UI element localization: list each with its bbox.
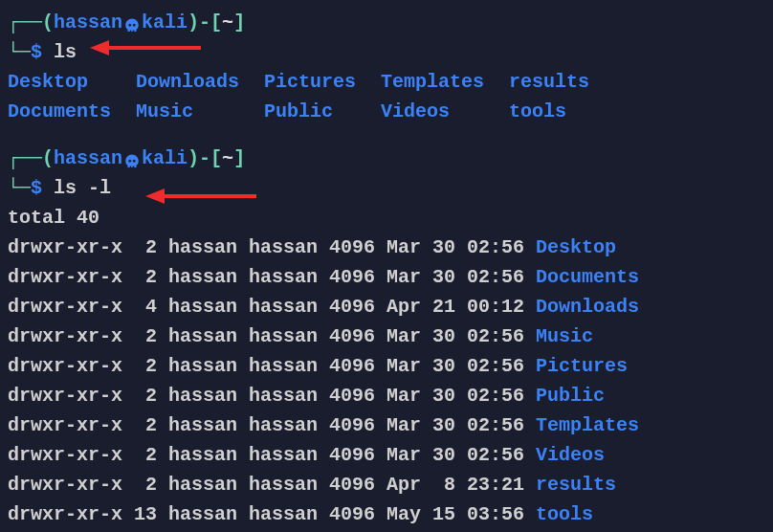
cwd: ~: [222, 147, 233, 169]
box-corner-icon: ┌──: [8, 147, 42, 169]
box-corner-icon: ┌──: [8, 11, 42, 33]
ll-row-name: Documents: [536, 266, 639, 288]
ll-row-meta: drwxr-xr-x 4 hassan hassan 4096 Apr 21 0…: [8, 296, 536, 318]
ll-row: drwxr-xr-x 2 hassan hassan 4096 Mar 30 0…: [8, 410, 765, 440]
username: hassan: [54, 11, 122, 33]
bracket-open: [: [210, 11, 222, 33]
dash: -: [199, 147, 210, 169]
ll-row-meta: drwxr-xr-x 2 hassan hassan 4096 Mar 30 0…: [8, 355, 536, 377]
box-corner-icon: └─: [8, 41, 31, 63]
ll-row: drwxr-xr-x 2 hassan hassan 4096 Mar 30 0…: [8, 351, 765, 381]
ll-row-name: Templates: [536, 414, 639, 436]
prompt-block-1: ┌──(hassankali)-[~] └─$ ls: [8, 8, 765, 67]
paren-close: ): [188, 147, 199, 169]
username: hassan: [54, 147, 122, 169]
spacer: [8, 126, 765, 144]
bracket-open: [: [210, 147, 222, 169]
dir-entry: Pictures: [264, 67, 356, 97]
hostname: kali: [142, 147, 188, 169]
ll-row-name: results: [536, 474, 616, 496]
ll-total: total 40: [8, 203, 765, 233]
dollar-sign: $: [31, 41, 54, 63]
bracket-close: ]: [233, 11, 245, 33]
ll-row: drwxr-xr-x 4 hassan hassan 4096 Apr 21 0…: [8, 292, 765, 321]
ll-row-meta: drwxr-xr-x 2 hassan hassan 4096 Mar 30 0…: [8, 414, 536, 436]
ll-row: drwxr-xr-x 13 hassan hassan 4096 May 15 …: [8, 499, 765, 529]
hostname: kali: [142, 11, 188, 33]
dir-entry: Videos: [381, 97, 484, 126]
dir-entry: Public: [264, 97, 356, 126]
skull-icon: [123, 150, 141, 167]
ll-row: drwxr-xr-x 2 hassan hassan 4096 Mar 30 0…: [8, 233, 765, 262]
ll-row-name: tools: [536, 503, 593, 525]
ll-row-meta: drwxr-xr-x 2 hassan hassan 4096 Apr 8 23…: [8, 474, 536, 496]
prompt-line-top: ┌──(hassankali)-[~]: [8, 8, 765, 37]
ll-row-name: Videos: [536, 444, 605, 466]
ll-row-name: Music: [536, 325, 593, 347]
dir-entry: Templates: [381, 67, 484, 97]
ll-row: drwxr-xr-x 2 hassan hassan 4096 Apr 8 23…: [8, 470, 765, 499]
dir-entry: Documents: [8, 97, 111, 126]
prompt-line-cmd[interactable]: └─$ ls -l: [8, 173, 765, 203]
paren-open: (: [42, 147, 54, 169]
dir-entry: Music: [136, 97, 239, 126]
ll-row-name: Downloads: [536, 296, 639, 318]
command-text: ls -l: [54, 177, 111, 199]
dash: -: [199, 11, 210, 33]
ll-row-meta: drwxr-xr-x 2 hassan hassan 4096 Mar 30 0…: [8, 266, 536, 288]
bracket-close: ]: [233, 147, 245, 169]
ll-row: drwxr-xr-x 2 hassan hassan 4096 Mar 30 0…: [8, 440, 765, 470]
dir-entry: Downloads: [136, 67, 239, 97]
ll-row-name: Pictures: [536, 355, 628, 377]
command-text: ls: [54, 41, 77, 63]
paren-close: ): [188, 11, 199, 33]
ll-row-meta: drwxr-xr-x 13 hassan hassan 4096 May 15 …: [8, 503, 536, 525]
prompt-line-cmd[interactable]: └─$ ls: [8, 37, 765, 67]
box-corner-icon: └─: [8, 177, 31, 199]
ll-row: drwxr-xr-x 2 hassan hassan 4096 Mar 30 0…: [8, 262, 765, 292]
ll-row: drwxr-xr-x 2 hassan hassan 4096 Mar 30 0…: [8, 381, 765, 410]
ll-row-meta: drwxr-xr-x 2 hassan hassan 4096 Mar 30 0…: [8, 444, 536, 466]
ll-row-meta: drwxr-xr-x 2 hassan hassan 4096 Mar 30 0…: [8, 325, 536, 347]
ll-row-name: Desktop: [536, 236, 616, 258]
dir-entry: tools: [509, 97, 589, 126]
cwd: ~: [222, 11, 233, 33]
paren-open: (: [42, 11, 54, 33]
dir-entry: Desktop: [8, 67, 111, 97]
prompt-block-2: ┌──(hassankali)-[~] └─$ ls -l: [8, 144, 765, 203]
ll-row: drwxr-xr-x 2 hassan hassan 4096 Mar 30 0…: [8, 321, 765, 351]
dollar-sign: $: [31, 177, 54, 199]
skull-icon: [123, 14, 141, 32]
prompt-line-top: ┌──(hassankali)-[~]: [8, 144, 765, 173]
ll-listing: drwxr-xr-x 2 hassan hassan 4096 Mar 30 0…: [8, 233, 765, 529]
ll-row-meta: drwxr-xr-x 2 hassan hassan 4096 Mar 30 0…: [8, 385, 536, 407]
ls-output-grid: Desktop Downloads Pictures Templates res…: [8, 67, 589, 126]
ll-row-name: Public: [536, 385, 605, 407]
ll-row-meta: drwxr-xr-x 2 hassan hassan 4096 Mar 30 0…: [8, 236, 536, 258]
dir-entry: results: [509, 67, 589, 97]
